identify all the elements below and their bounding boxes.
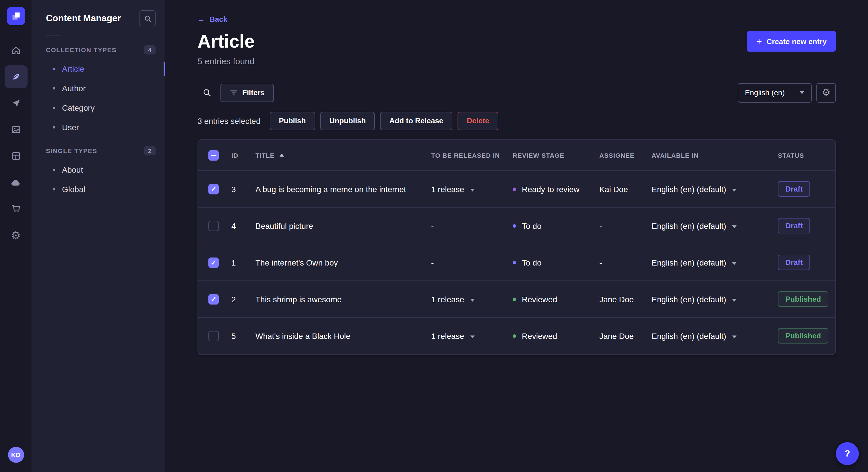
strapi-logo-mark — [10, 10, 22, 22]
locale-value: English (en) (default) — [652, 258, 726, 267]
plus-icon: + — [756, 37, 762, 46]
cell-assignee: - — [592, 244, 645, 281]
sidebar-search-button[interactable] — [140, 10, 156, 26]
status-badge: Draft — [778, 181, 810, 197]
sidebar-item[interactable]: Category — [32, 98, 165, 117]
settings-icon[interactable]: ⚙ — [4, 224, 27, 247]
filters-button[interactable]: Filters — [220, 84, 274, 102]
locale-value: English (en) (default) — [652, 222, 726, 231]
help-icon: ? — [844, 448, 850, 459]
media-library-icon[interactable] — [4, 118, 27, 141]
section-label-collection-types: COLLECTION TYPES — [46, 46, 117, 53]
locale-dropdown[interactable]: English (en) (default) — [652, 295, 737, 304]
cell-title: This shrimp is awesome — [249, 281, 424, 318]
release-dropdown: - — [431, 258, 434, 267]
cell-title: The internet's Own boy — [249, 244, 424, 281]
sidebar-item-label: Category — [62, 103, 95, 112]
strapi-admin: ⚙ KD Content Manager COLLECTION TYPES 4 — [0, 0, 868, 472]
column-header-id[interactable]: ID — [231, 152, 238, 159]
table-row[interactable]: 5 What's inside a Black Hole 1 release R… — [198, 318, 836, 355]
filter-icon — [229, 89, 238, 97]
selection-summary: 3 entries selected — [197, 116, 260, 126]
sidebar-item-label: User — [62, 123, 79, 132]
column-header-review-stage: REVIEW STAGE — [513, 152, 564, 159]
delete-button[interactable]: Delete — [458, 112, 498, 130]
entries-table: ID TITLE TO BE RELEASED IN REVIEW STAGE … — [197, 139, 836, 355]
column-header-title[interactable]: TITLE — [255, 152, 284, 159]
bullet-icon — [53, 87, 55, 90]
help-button[interactable]: ? — [836, 442, 859, 465]
select-all-checkbox[interactable] — [208, 150, 219, 160]
sidebar-item[interactable]: Article — [32, 59, 165, 78]
sidebar-item[interactable]: About — [32, 160, 165, 179]
sidebar-item[interactable]: Global — [32, 179, 165, 199]
stage-label: To do — [522, 222, 541, 231]
stage-dot — [513, 261, 516, 264]
table-row[interactable]: 4 Beautiful picture - To do - — [198, 208, 836, 244]
column-header-release: TO BE RELEASED IN — [431, 152, 500, 159]
release-dropdown[interactable]: 1 release — [431, 185, 474, 194]
gear-icon: ⚙ — [11, 230, 21, 241]
selection-action-bar: 3 entries selected Publish Unpublish Add… — [197, 112, 836, 130]
gear-icon: ⚙ — [822, 88, 831, 98]
release-value: 1 release — [431, 295, 464, 304]
locale-dropdown[interactable]: English (en) (default) — [652, 222, 737, 231]
publish-button[interactable]: Publish — [270, 112, 315, 130]
single-types-count-badge: 2 — [144, 146, 156, 156]
chevron-down-icon — [732, 189, 737, 191]
locale-select[interactable]: English (en) — [737, 83, 812, 103]
sidebar-item[interactable]: User — [32, 117, 165, 137]
cell-assignee: Jane Doe — [592, 281, 645, 318]
filters-label: Filters — [242, 89, 265, 97]
locale-dropdown[interactable]: English (en) (default) — [652, 332, 737, 341]
content-type-builder-icon[interactable] — [4, 144, 27, 167]
divider — [46, 36, 60, 36]
locale-dropdown[interactable]: English (en) (default) — [652, 185, 737, 194]
release-value: 1 release — [431, 185, 464, 194]
chevron-down-icon — [732, 299, 737, 301]
add-to-release-button[interactable]: Add to Release — [380, 112, 453, 130]
table-row[interactable]: 3 A bug is becoming a meme on the intern… — [198, 171, 836, 208]
view-settings-button[interactable]: ⚙ — [816, 83, 836, 103]
cell-assignee: Kai Doe — [592, 171, 645, 208]
row-checkbox[interactable] — [208, 184, 219, 194]
column-header-available-in: AVAILABLE IN — [652, 152, 699, 159]
release-value: - — [431, 222, 434, 231]
sidebar-item-label: About — [62, 165, 83, 174]
chevron-down-icon — [732, 335, 737, 338]
collection-types-count-badge: 4 — [144, 45, 156, 55]
search-button[interactable] — [197, 84, 216, 102]
home-icon[interactable] — [4, 39, 27, 62]
locale-dropdown[interactable]: English (en) (default) — [652, 258, 737, 267]
row-checkbox[interactable] — [208, 331, 219, 341]
back-label: Back — [210, 15, 227, 24]
marketplace-cart-icon[interactable] — [4, 197, 27, 220]
table-row[interactable]: 2 This shrimp is awesome 1 release Revie… — [198, 281, 836, 318]
sort-ascending-icon — [280, 154, 284, 157]
page-title: Article — [197, 31, 255, 52]
release-dropdown[interactable]: 1 release — [431, 295, 474, 304]
create-new-entry-button[interactable]: + Create new entry — [747, 31, 836, 52]
stage-label: Reviewed — [522, 332, 557, 341]
row-checkbox[interactable] — [208, 258, 219, 268]
bullet-icon — [53, 107, 55, 109]
releases-icon[interactable] — [4, 92, 27, 115]
release-dropdown[interactable]: 1 release — [431, 332, 474, 341]
row-checkbox[interactable] — [208, 294, 219, 305]
strapi-logo[interactable] — [7, 7, 25, 25]
cell-id: 1 — [224, 244, 249, 281]
table-row[interactable]: 1 The internet's Own boy - To do - — [198, 244, 836, 281]
status-badge: Published — [778, 292, 828, 307]
content-manager-icon[interactable] — [4, 65, 27, 88]
stage-dot — [513, 224, 516, 228]
row-checkbox[interactable] — [208, 221, 219, 231]
user-avatar[interactable]: KD — [8, 447, 24, 463]
content-manager-sidebar: Content Manager COLLECTION TYPES 4 Artic… — [32, 0, 165, 472]
collection-types-section: COLLECTION TYPES 4 Article Author — [32, 45, 165, 137]
locale-value: English (en) (default) — [652, 295, 726, 304]
sidebar-item[interactable]: Author — [32, 78, 165, 98]
back-link[interactable]: ← Back — [197, 15, 227, 24]
release-value: 1 release — [431, 332, 464, 341]
deploy-cloud-icon[interactable] — [4, 171, 27, 194]
unpublish-button[interactable]: Unpublish — [320, 112, 375, 130]
